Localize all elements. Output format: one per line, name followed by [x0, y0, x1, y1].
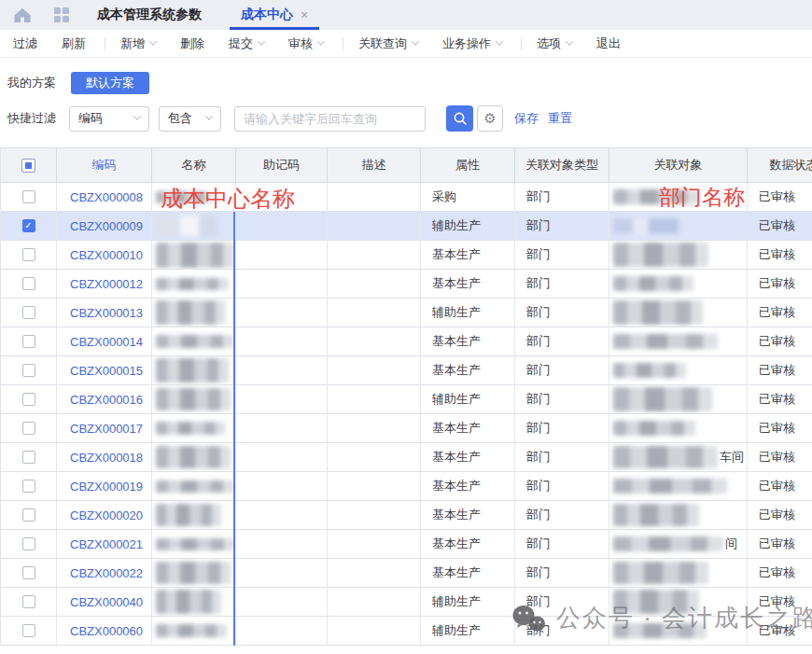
code-cell[interactable]: CBZX000060 — [57, 617, 152, 646]
home-icon[interactable] — [13, 7, 32, 23]
row-checkbox[interactable] — [22, 566, 35, 579]
code-cell[interactable]: CBZX000020 — [57, 501, 152, 530]
close-tab-icon[interactable]: × — [301, 7, 308, 22]
code-cell[interactable]: CBZX000008 — [57, 183, 152, 212]
status-cell: 已审核 — [748, 299, 812, 327]
row-checkbox[interactable] — [22, 480, 35, 493]
row-checkbox[interactable] — [22, 190, 35, 203]
code-cell[interactable]: CBZX000019 — [57, 472, 152, 501]
table-row[interactable]: CBZX000040 辅助生产 部门 已审核 — [0, 588, 812, 617]
table-row[interactable]: CBZX000013 辅助生产 部门 已审核 — [0, 299, 812, 327]
row-checkbox[interactable] — [22, 595, 35, 608]
name-cell — [152, 530, 236, 559]
toolbar-item[interactable]: 过滤 — [13, 35, 37, 52]
toolbar-item[interactable]: 退出 — [596, 35, 621, 52]
redacted-name-blur — [156, 358, 229, 383]
related-object-type-cell: 部门 — [515, 356, 609, 385]
apps-grid-icon[interactable] — [54, 7, 69, 22]
code-cell[interactable]: CBZX000018 — [57, 443, 152, 472]
mnemonic-cell — [236, 472, 328, 501]
default-plan-button[interactable]: 默认方案 — [71, 72, 149, 94]
code-cell[interactable]: CBZX000010 — [57, 241, 152, 270]
toolbar-item[interactable]: 刷新 — [62, 35, 86, 52]
table-row[interactable]: CBZX000010 基本生产 部门 已审核 — [0, 241, 812, 270]
table-row[interactable]: CBZX000022 基本生产 部门 已审核 — [0, 559, 812, 588]
filter-operator-select[interactable]: 包含 — [159, 106, 221, 132]
row-checkbox[interactable] — [22, 451, 35, 464]
header-name[interactable]: 名称 — [152, 148, 236, 183]
row-checkbox[interactable] — [22, 277, 35, 290]
select-all-checkbox[interactable] — [21, 159, 35, 173]
table-row[interactable]: CBZX000015 基本生产 部门 已审核 — [0, 356, 812, 385]
name-cell — [152, 270, 236, 299]
redacted-name-blur — [156, 504, 221, 526]
toolbar-item[interactable]: 关联查询 — [358, 35, 418, 52]
redacted-related-object-blur — [613, 446, 718, 468]
toolbar-item[interactable]: 选项 — [537, 35, 572, 52]
table-row[interactable]: CBZX000018 基本生产 部门 车间 已审核 — [0, 443, 812, 472]
code-cell[interactable]: CBZX000009 — [57, 212, 152, 241]
code-cell[interactable]: CBZX000014 — [57, 327, 152, 356]
row-checkbox-cell — [1, 327, 57, 356]
table-row[interactable]: CBZX000020 基本生产 部门 已审核 — [0, 501, 812, 530]
row-checkbox[interactable]: ✓ — [22, 219, 35, 232]
code-cell[interactable]: CBZX000013 — [57, 299, 152, 327]
row-checkbox[interactable] — [22, 248, 35, 261]
row-checkbox[interactable] — [22, 624, 35, 637]
toolbar-item[interactable]: 新增 — [120, 35, 156, 52]
row-checkbox[interactable] — [22, 306, 35, 319]
table-row[interactable]: CBZX000017 基本生产 部门 已审核 — [0, 414, 812, 443]
toolbar-item[interactable]: 业务操作 — [442, 35, 502, 52]
toolbar-item[interactable]: 提交 — [229, 35, 264, 52]
code-cell[interactable]: CBZX000016 — [57, 385, 152, 414]
table-row[interactable]: CBZX000014 基本生产 部门 已审核 — [0, 327, 812, 356]
row-checkbox-cell — [1, 559, 57, 588]
row-checkbox[interactable] — [22, 508, 35, 522]
row-checkbox[interactable] — [22, 537, 35, 550]
row-checkbox-cell — [1, 385, 57, 414]
row-checkbox[interactable] — [22, 393, 35, 406]
table-row[interactable]: CBZX000016 辅助生产 部门 已审核 — [0, 385, 812, 414]
save-filter-link[interactable]: 保存 — [514, 110, 539, 127]
header-mnemonic[interactable]: 助记码 — [236, 148, 328, 183]
search-button[interactable] — [446, 105, 473, 132]
table-row[interactable]: CBZX000019 基本生产 部门 已审核 — [0, 472, 812, 501]
header-code[interactable]: 编码 — [57, 148, 152, 183]
toolbar-item-label: 退出 — [596, 35, 621, 52]
keyword-search-input[interactable] — [234, 106, 426, 132]
table-row[interactable]: CBZX000012 基本生产 部门 已审核 — [0, 270, 812, 299]
header-related-object-type[interactable]: 关联对象类型 — [515, 148, 609, 183]
status-cell: 已审核 — [748, 356, 812, 385]
header-attribute[interactable]: 属性 — [421, 148, 515, 183]
table-row[interactable]: CBZX000060 辅助生产 部门 已审核 — [0, 617, 812, 646]
toolbar-item[interactable]: 审核 — [288, 35, 324, 52]
toolbar-item[interactable]: 删除 — [180, 35, 204, 52]
row-checkbox-cell — [1, 414, 57, 443]
table-row[interactable]: CBZX000021 基本生产 部门 间 已审核 — [0, 530, 812, 559]
tab-cost-center[interactable]: 成本中心 × — [230, 0, 319, 30]
code-cell[interactable]: CBZX000040 — [57, 588, 152, 617]
code-cell[interactable]: CBZX000012 — [57, 270, 152, 299]
row-checkbox[interactable] — [22, 422, 35, 435]
table-row[interactable]: CBZX000008 采购 部门 已审核 — [0, 183, 812, 212]
code-cell[interactable]: CBZX000022 — [57, 559, 152, 588]
app-window: 成本管理系统参数 成本中心 × 过滤刷新新增删除提交审核关联查询业务操作选项退出… — [0, 0, 812, 654]
filter-field-select[interactable]: 编码 — [69, 106, 149, 132]
row-checkbox-cell — [1, 588, 57, 617]
code-cell[interactable]: CBZX000015 — [57, 356, 152, 385]
header-related-object[interactable]: 关联对象 — [609, 148, 748, 183]
header-description[interactable]: 描述 — [328, 148, 421, 183]
code-cell[interactable]: CBZX000017 — [57, 414, 152, 443]
code-cell[interactable]: CBZX000021 — [57, 530, 152, 559]
redacted-related-object-blur — [613, 421, 695, 436]
header-data-status[interactable]: 数据状态 — [748, 148, 812, 183]
related-object-type-cell: 部门 — [515, 588, 609, 617]
row-checkbox[interactable] — [22, 335, 35, 348]
filter-settings-button[interactable]: ⚙ — [477, 105, 503, 132]
reset-filter-link[interactable]: 重置 — [548, 110, 572, 127]
table-row[interactable]: ✓ CBZX000009 辅助生产 部门 已审核 — [0, 212, 812, 241]
name-cell — [152, 588, 236, 617]
row-checkbox-cell — [1, 530, 57, 559]
row-checkbox[interactable] — [22, 364, 35, 377]
tab-cost-system-params[interactable]: 成本管理系统参数 — [86, 0, 213, 30]
